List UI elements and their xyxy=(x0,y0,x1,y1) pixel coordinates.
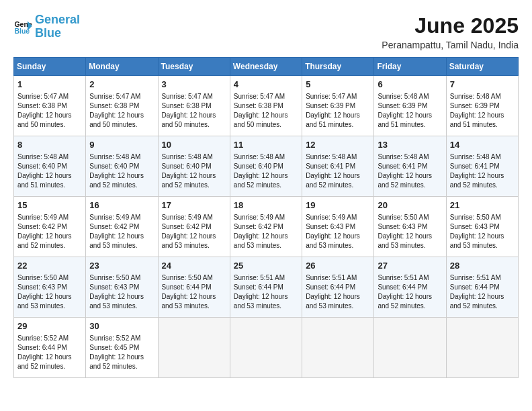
calendar-cell: 11Sunrise: 5:48 AM Sunset: 6:40 PM Dayli… xyxy=(230,136,302,197)
weekday-saturday: Saturday xyxy=(446,58,518,76)
calendar-cell xyxy=(158,318,230,378)
day-info: Sunrise: 5:49 AM Sunset: 6:43 PM Dayligh… xyxy=(306,214,360,249)
calendar-cell: 28Sunrise: 5:51 AM Sunset: 6:44 PM Dayli… xyxy=(446,257,518,318)
day-number: 11 xyxy=(234,139,298,151)
day-number: 17 xyxy=(162,199,226,212)
day-number: 7 xyxy=(450,79,515,91)
calendar-cell: 13Sunrise: 5:48 AM Sunset: 6:41 PM Dayli… xyxy=(374,136,446,197)
day-number: 1 xyxy=(17,79,82,91)
day-info: Sunrise: 5:47 AM Sunset: 6:38 PM Dayligh… xyxy=(162,93,216,128)
day-info: Sunrise: 5:47 AM Sunset: 6:39 PM Dayligh… xyxy=(306,93,360,128)
calendar-table: SundayMondayTuesdayWednesdayThursdayFrid… xyxy=(13,57,519,378)
day-info: Sunrise: 5:47 AM Sunset: 6:38 PM Dayligh… xyxy=(234,93,288,128)
weekday-monday: Monday xyxy=(86,58,158,76)
day-number: 26 xyxy=(306,260,370,272)
calendar-cell: 4Sunrise: 5:47 AM Sunset: 6:38 PM Daylig… xyxy=(230,76,302,136)
calendar-cell: 8Sunrise: 5:48 AM Sunset: 6:40 PM Daylig… xyxy=(14,136,86,197)
calendar-cell: 1Sunrise: 5:47 AM Sunset: 6:38 PM Daylig… xyxy=(14,76,86,136)
day-info: Sunrise: 5:48 AM Sunset: 6:40 PM Dayligh… xyxy=(162,153,216,189)
logo-text: GeneralBlue xyxy=(35,13,80,40)
calendar-cell: 29Sunrise: 5:52 AM Sunset: 6:44 PM Dayli… xyxy=(14,318,86,378)
weekday-thursday: Thursday xyxy=(302,58,374,76)
calendar-cell: 25Sunrise: 5:51 AM Sunset: 6:44 PM Dayli… xyxy=(230,257,302,318)
day-number: 30 xyxy=(89,320,154,332)
day-info: Sunrise: 5:48 AM Sunset: 6:39 PM Dayligh… xyxy=(450,93,504,128)
calendar-cell: 24Sunrise: 5:50 AM Sunset: 6:44 PM Dayli… xyxy=(158,257,230,318)
calendar-cell: 17Sunrise: 5:49 AM Sunset: 6:42 PM Dayli… xyxy=(158,197,230,257)
day-number: 28 xyxy=(450,260,515,272)
day-number: 18 xyxy=(234,199,298,212)
day-number: 22 xyxy=(17,260,82,272)
calendar-cell xyxy=(374,318,446,378)
day-number: 4 xyxy=(234,79,298,91)
day-number: 9 xyxy=(89,139,154,151)
calendar-cell: 16Sunrise: 5:49 AM Sunset: 6:42 PM Dayli… xyxy=(86,197,158,257)
weekday-wednesday: Wednesday xyxy=(230,58,302,76)
day-info: Sunrise: 5:47 AM Sunset: 6:38 PM Dayligh… xyxy=(89,93,144,128)
week-row-1: 1Sunrise: 5:47 AM Sunset: 6:38 PM Daylig… xyxy=(14,76,519,136)
day-number: 13 xyxy=(378,139,442,151)
svg-text:Blue: Blue xyxy=(14,27,30,35)
day-number: 12 xyxy=(306,139,370,151)
day-number: 27 xyxy=(378,260,442,272)
calendar-subtitle: Peranampattu, Tamil Nadu, India xyxy=(382,40,519,50)
day-number: 24 xyxy=(162,260,226,272)
calendar-cell xyxy=(446,318,518,378)
calendar-cell: 30Sunrise: 5:52 AM Sunset: 6:45 PM Dayli… xyxy=(86,318,158,378)
day-number: 15 xyxy=(17,199,82,212)
day-number: 10 xyxy=(162,139,226,151)
day-number: 20 xyxy=(378,199,442,212)
day-info: Sunrise: 5:50 AM Sunset: 6:43 PM Dayligh… xyxy=(17,274,72,310)
day-info: Sunrise: 5:48 AM Sunset: 6:41 PM Dayligh… xyxy=(378,153,432,189)
day-info: Sunrise: 5:48 AM Sunset: 6:41 PM Dayligh… xyxy=(306,153,360,189)
day-info: Sunrise: 5:48 AM Sunset: 6:41 PM Dayligh… xyxy=(450,153,504,189)
calendar-cell: 21Sunrise: 5:50 AM Sunset: 6:43 PM Dayli… xyxy=(446,197,518,257)
weekday-friday: Friday xyxy=(374,58,446,76)
calendar-title: June 2025 xyxy=(382,13,519,38)
day-info: Sunrise: 5:49 AM Sunset: 6:42 PM Dayligh… xyxy=(234,214,288,249)
calendar-cell: 7Sunrise: 5:48 AM Sunset: 6:39 PM Daylig… xyxy=(446,76,518,136)
calendar-cell: 26Sunrise: 5:51 AM Sunset: 6:44 PM Dayli… xyxy=(302,257,374,318)
week-row-5: 29Sunrise: 5:52 AM Sunset: 6:44 PM Dayli… xyxy=(14,318,519,378)
calendar-cell: 14Sunrise: 5:48 AM Sunset: 6:41 PM Dayli… xyxy=(446,136,518,197)
day-info: Sunrise: 5:47 AM Sunset: 6:38 PM Dayligh… xyxy=(17,93,72,128)
day-info: Sunrise: 5:51 AM Sunset: 6:44 PM Dayligh… xyxy=(378,274,432,310)
day-number: 2 xyxy=(89,79,154,91)
day-info: Sunrise: 5:48 AM Sunset: 6:40 PM Dayligh… xyxy=(17,153,72,189)
day-number: 5 xyxy=(306,79,370,91)
week-row-2: 8Sunrise: 5:48 AM Sunset: 6:40 PM Daylig… xyxy=(14,136,519,197)
week-row-3: 15Sunrise: 5:49 AM Sunset: 6:42 PM Dayli… xyxy=(14,197,519,257)
day-info: Sunrise: 5:52 AM Sunset: 6:44 PM Dayligh… xyxy=(17,334,72,370)
day-info: Sunrise: 5:50 AM Sunset: 6:43 PM Dayligh… xyxy=(378,214,432,249)
calendar-cell: 5Sunrise: 5:47 AM Sunset: 6:39 PM Daylig… xyxy=(302,76,374,136)
title-area: June 2025 Peranampattu, Tamil Nadu, Indi… xyxy=(382,13,519,50)
day-number: 23 xyxy=(89,260,154,272)
day-info: Sunrise: 5:49 AM Sunset: 6:42 PM Dayligh… xyxy=(89,214,144,249)
header: General Blue GeneralBlue June 2025 Peran… xyxy=(13,13,519,50)
calendar-cell: 23Sunrise: 5:50 AM Sunset: 6:43 PM Dayli… xyxy=(86,257,158,318)
calendar-cell: 19Sunrise: 5:49 AM Sunset: 6:43 PM Dayli… xyxy=(302,197,374,257)
day-info: Sunrise: 5:51 AM Sunset: 6:44 PM Dayligh… xyxy=(306,274,360,310)
calendar-cell: 2Sunrise: 5:47 AM Sunset: 6:38 PM Daylig… xyxy=(86,76,158,136)
day-number: 6 xyxy=(378,79,442,91)
day-info: Sunrise: 5:49 AM Sunset: 6:42 PM Dayligh… xyxy=(17,214,72,249)
calendar-cell: 3Sunrise: 5:47 AM Sunset: 6:38 PM Daylig… xyxy=(158,76,230,136)
calendar-cell: 15Sunrise: 5:49 AM Sunset: 6:42 PM Dayli… xyxy=(14,197,86,257)
day-number: 8 xyxy=(17,139,82,151)
day-number: 16 xyxy=(89,199,154,212)
day-info: Sunrise: 5:48 AM Sunset: 6:39 PM Dayligh… xyxy=(378,93,432,128)
calendar-cell xyxy=(302,318,374,378)
day-info: Sunrise: 5:50 AM Sunset: 6:44 PM Dayligh… xyxy=(162,274,216,310)
calendar-cell: 9Sunrise: 5:48 AM Sunset: 6:40 PM Daylig… xyxy=(86,136,158,197)
calendar-cell xyxy=(230,318,302,378)
day-number: 25 xyxy=(234,260,298,272)
weekday-tuesday: Tuesday xyxy=(158,58,230,76)
day-info: Sunrise: 5:51 AM Sunset: 6:44 PM Dayligh… xyxy=(450,274,504,310)
week-row-4: 22Sunrise: 5:50 AM Sunset: 6:43 PM Dayli… xyxy=(14,257,519,318)
logo-icon: General Blue xyxy=(13,17,32,36)
calendar-cell: 22Sunrise: 5:50 AM Sunset: 6:43 PM Dayli… xyxy=(14,257,86,318)
day-info: Sunrise: 5:48 AM Sunset: 6:40 PM Dayligh… xyxy=(234,153,288,189)
day-number: 29 xyxy=(17,320,82,332)
day-info: Sunrise: 5:50 AM Sunset: 6:43 PM Dayligh… xyxy=(89,274,144,310)
day-info: Sunrise: 5:51 AM Sunset: 6:44 PM Dayligh… xyxy=(234,274,288,310)
